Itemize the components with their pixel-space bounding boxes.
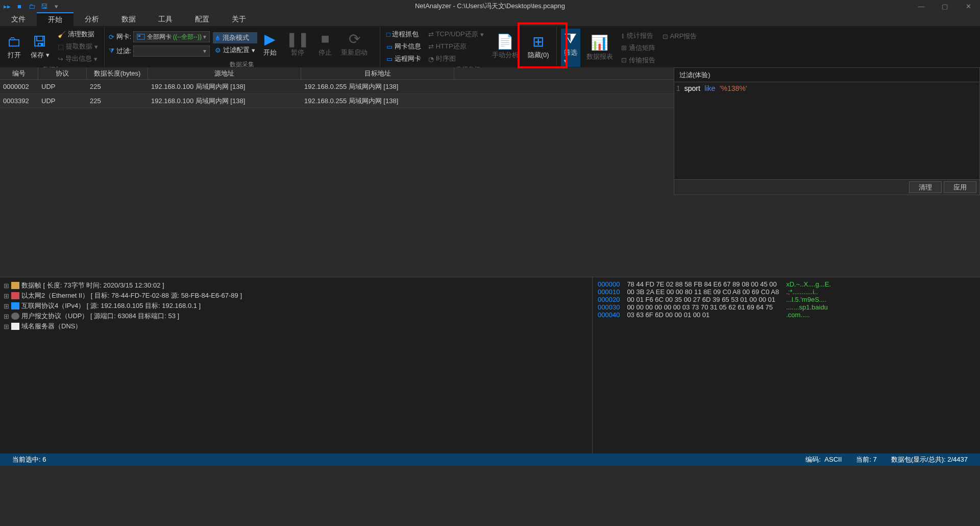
start-capture-button[interactable]: ▶开始 — [260, 29, 280, 59]
arp-report-button[interactable]: ⊡ARP报告 — [660, 31, 699, 42]
menu-analyze[interactable]: 分析 — [74, 12, 110, 26]
qat-open-icon[interactable]: 🗀 — [28, 2, 36, 10]
status-encoding[interactable]: 编码: ASCII — [798, 455, 849, 464]
extract-data-button[interactable]: ⬚提取数据 ▾ — [56, 41, 100, 52]
svg-rect-1 — [138, 35, 140, 37]
save-button[interactable]: 🖫保存 ▾ — [28, 31, 53, 62]
pause-label: 暂停 — [291, 48, 304, 57]
tree-node-dns[interactable]: ⊞域名服务器（DNS） — [3, 321, 589, 331]
stop-label: 停止 — [318, 48, 332, 57]
qat-dropdown-icon[interactable]: ▾ — [52, 2, 60, 10]
status-current: 当前: 7 — [849, 455, 884, 464]
protocol-tree[interactable]: ⊞数据帧 [ 长度: 73字节 时间: 2020/3/15 12:30:02 ]… — [0, 277, 592, 453]
netcard-info-button[interactable]: ▭网卡信息 — [384, 41, 423, 52]
filter-button[interactable]: ⧩筛选▾ — [561, 29, 580, 67]
qat-save-icon[interactable]: 🖫 — [40, 2, 48, 10]
filter-config-button[interactable]: ⚙过滤配置 ▾ — [213, 44, 257, 56]
menu-config[interactable]: 配置 — [184, 12, 220, 26]
process-capture-button[interactable]: □进程抓包 — [384, 29, 423, 40]
titlebar: ▸▸ ■ 🗀 🖫 ▾ NetAnalyzer - C:\Users\冯天文\De… — [0, 0, 980, 12]
tree-node-frame[interactable]: ⊞数据帧 [ 长度: 73字节 时间: 2020/3/15 12:30:02 ] — [3, 280, 589, 291]
dns-icon — [11, 323, 19, 330]
tree-node-udp[interactable]: ⊞用户报文协议（UDP） [ 源端口: 63084 目标端口: 53 ] — [3, 311, 589, 321]
remote-nic-button[interactable]: ▭远程网卡 — [384, 53, 423, 64]
export-icon: ↪ — [58, 55, 63, 63]
th-len[interactable]: 数据长度(bytes) — [87, 67, 148, 79]
filter-icon: ⧩ — [109, 47, 114, 55]
filter-editor[interactable]: 1sport like '%138%' — [674, 82, 979, 179]
filter-panel-buttons: 清理 应用 — [674, 179, 979, 195]
stat-report-button[interactable]: ⫿统计报告 — [619, 30, 657, 41]
expand-icon[interactable]: ⊞ — [3, 282, 9, 290]
expand-icon[interactable]: ⊞ — [3, 302, 9, 310]
open-label: 打开 — [8, 51, 21, 60]
qat-play-icon[interactable]: ▸▸ — [3, 2, 11, 10]
report-icon: ⊡ — [621, 56, 627, 64]
timeline-button[interactable]: ◔时序图 — [426, 53, 486, 64]
http-restore-button[interactable]: ⇄HTTP还原 — [426, 41, 486, 52]
statusbar: 当前选中: 6 编码: ASCII 当前: 7 数据包(显示/总共): 2/44… — [0, 453, 980, 466]
hex-ascii: xD.~..X....g...E..;*...........i.....l.5… — [786, 280, 831, 450]
restart-capture-button[interactable]: ⟳重新启动 — [338, 29, 371, 59]
hide-label: 隐藏(0) — [528, 51, 549, 60]
menu-tool[interactable]: 工具 — [147, 12, 184, 26]
ethernet-icon — [11, 292, 19, 299]
ribbon-group-capture: ⟳ 网卡: 全部网卡 ((--全部--))▾ ⧩ 过滤: ▾ ⋔混杂模式 ⚙过滤… — [105, 27, 380, 67]
promiscuous-toggle[interactable]: ⋔混杂模式 — [213, 32, 257, 43]
filter-clear-button[interactable]: 清理 — [909, 181, 942, 193]
maximize-button[interactable]: ▢ — [933, 0, 957, 12]
minimize-button[interactable]: — — [910, 0, 933, 12]
save-label: 保存 ▾ — [31, 51, 50, 60]
close-button[interactable]: ✕ — [957, 0, 980, 12]
tree-node-ethernet[interactable]: ⊞以太网2（Ethernet II） [ 目标: 78-44-FD-7E-02-… — [3, 291, 589, 301]
hex-view[interactable]: 000000000010000020000030000040 78 44 FD … — [592, 277, 980, 453]
th-dst[interactable]: 目标地址 — [301, 67, 454, 79]
chart-icon: ⫿ — [621, 32, 625, 39]
expand-icon[interactable]: ⊞ — [3, 313, 9, 320]
card-icon: ▭ — [386, 43, 393, 51]
qat-stop-icon[interactable]: ■ — [15, 2, 23, 10]
th-src[interactable]: 源地址 — [148, 67, 301, 79]
filter-panel-tab[interactable]: 过滤(体验) — [674, 68, 979, 82]
netcard-combo[interactable]: 全部网卡 ((--全部--))▾ — [133, 31, 210, 42]
pause-capture-button[interactable]: ❚❚暂停 — [283, 29, 312, 59]
menu-start[interactable]: 开始 — [37, 12, 74, 26]
export-info-button[interactable]: ↪导出信息 ▾ — [56, 53, 100, 64]
hex-offsets: 000000000010000020000030000040 — [598, 280, 620, 450]
hide-button[interactable]: ⊞隐藏(0) — [525, 31, 552, 62]
process-icon: □ — [386, 31, 390, 38]
tcp-restore-button[interactable]: ⇄TCP/UDP还原 ▾ — [426, 29, 486, 40]
netcard-label: 网卡: — [116, 32, 132, 41]
detail-area: ⊞数据帧 [ 长度: 73字节 时间: 2020/3/15 12:30:02 ]… — [0, 277, 980, 453]
manual-analysis-button[interactable]: 📄手动分析 — [489, 31, 522, 62]
menu-data[interactable]: 数据 — [110, 12, 147, 26]
trans-report-button[interactable]: ⊡传输报告 — [619, 55, 657, 66]
restart-label: 重新启动 — [341, 48, 368, 57]
start-label: 开始 — [263, 48, 277, 57]
stop-capture-button[interactable]: ■停止 — [315, 29, 335, 59]
udp-icon — [11, 313, 19, 320]
menu-file[interactable]: 文件 — [0, 12, 37, 26]
ribbon-group-reports: ⧩筛选▾ 📊数据报表 ⫿统计报告 ⊞通信矩阵 ⊡传输报告 ⊡ARP报告 — [557, 27, 703, 67]
menu-about[interactable]: 关于 — [220, 12, 257, 26]
filter-combo[interactable]: ▾ — [133, 45, 210, 57]
th-proto[interactable]: 协议 — [38, 67, 87, 79]
open-button[interactable]: 🗀打开 — [4, 31, 24, 62]
expand-icon[interactable]: ⊞ — [3, 292, 9, 300]
tree-node-ipv4[interactable]: ⊞互联网协议4（IPv4） [ 源: 192.168.0.105 目标: 192… — [3, 301, 589, 311]
clean-data-button[interactable]: 🧹清理数据 — [56, 29, 100, 40]
http-icon: ⇄ — [428, 43, 434, 51]
status-packets: 数据包(显示/总共): 2/4437 — [884, 455, 975, 464]
menubar: 文件 开始 分析 数据 工具 配置 关于 — [0, 12, 980, 27]
manual-label: 手动分析 — [492, 51, 519, 60]
data-report-button[interactable]: 📊数据报表 — [583, 33, 616, 63]
filter-apply-button[interactable]: 应用 — [944, 181, 976, 193]
remote-icon: ▭ — [386, 55, 393, 63]
filter-label: 过滤: — [116, 46, 132, 56]
window-title: NetAnalyzer - C:\Users\冯天文\Desktop\tes.p… — [415, 2, 565, 11]
matrix-icon: ⊞ — [621, 44, 627, 52]
th-id[interactable]: 编号 — [0, 67, 38, 79]
comm-matrix-button[interactable]: ⊞通信矩阵 — [619, 42, 657, 54]
clock-icon: ◔ — [428, 55, 434, 63]
expand-icon[interactable]: ⊞ — [3, 323, 9, 330]
